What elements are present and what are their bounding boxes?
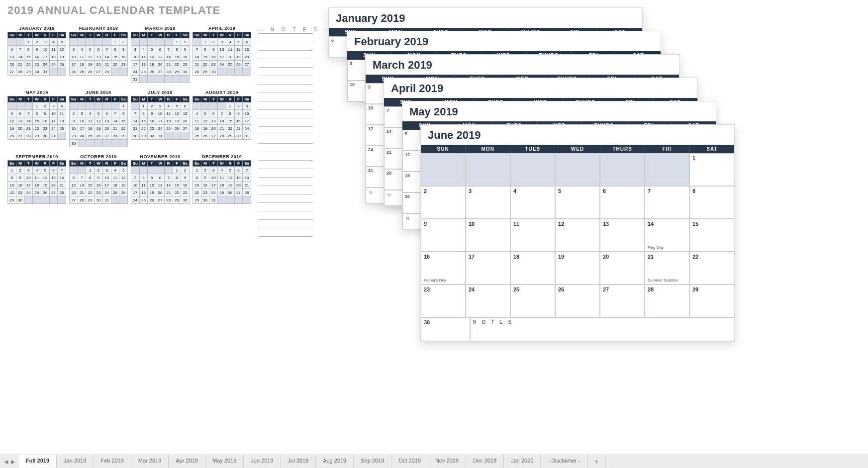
mini-month-title: MARCH 2019 <box>131 26 190 31</box>
mini-month-title: MAY 2019 <box>7 90 66 95</box>
add-sheet-tab[interactable]: + <box>587 455 606 468</box>
notes-line[interactable] <box>258 211 313 220</box>
month-card-stack: January 2019 SUNMONTUESWEDTHURSFRISAT 6 … <box>328 7 861 405</box>
calendar-cell[interactable]: 1 <box>689 153 734 186</box>
calendar-day-number: 27 <box>603 286 642 292</box>
calendar-cell[interactable]: 2 <box>421 186 466 219</box>
calendar-day-number: 26 <box>558 286 597 292</box>
tab-nav-prev-icon[interactable]: ◀ <box>3 459 9 465</box>
notes-line[interactable] <box>258 203 313 211</box>
notes-line[interactable] <box>258 59 313 68</box>
notes-line[interactable] <box>258 194 313 203</box>
calendar-cell[interactable]: 11 <box>510 219 555 252</box>
calendar-cell[interactable] <box>600 153 645 186</box>
notes-line[interactable] <box>258 93 313 101</box>
calendar-day-number: 29 <box>692 286 731 292</box>
notes-label: N O T E S <box>473 319 731 325</box>
notes-line[interactable] <box>258 68 313 76</box>
notes-line[interactable] <box>258 127 313 135</box>
mini-month: MAY 2019SuMTWRFSa12345678910111213141516… <box>7 90 66 147</box>
sheet-tab[interactable]: Mar 2019 <box>131 455 169 468</box>
notes-line[interactable] <box>258 135 313 144</box>
notes-line[interactable] <box>258 178 313 186</box>
sheet-tab[interactable]: Sep 2019 <box>354 455 391 468</box>
calendar-day-number: 17 <box>469 254 507 260</box>
calendar-cell[interactable]: 3 <box>466 186 510 219</box>
calendar-cell[interactable] <box>510 153 555 186</box>
notes-line[interactable] <box>258 110 313 118</box>
calendar-cell[interactable]: 13 <box>600 219 645 252</box>
calendar-cell[interactable]: 10 <box>466 219 510 252</box>
calendar-day-number: 20 <box>603 254 642 260</box>
calendar-cell[interactable]: 23 <box>421 284 466 317</box>
calendar-cell[interactable]: 14Flag Day <box>645 219 689 252</box>
sheet-tab[interactable]: Jan 2019 <box>57 455 94 468</box>
sheet-tab[interactable]: Full 2019 <box>19 455 57 468</box>
sheet-tab[interactable]: Oct 2019 <box>391 455 428 468</box>
calendar-cell[interactable]: 19 <box>555 252 600 284</box>
calendar-cell[interactable]: 17 <box>466 252 510 284</box>
notes-line[interactable] <box>258 42 313 51</box>
calendar-cell[interactable]: 22 <box>689 252 734 284</box>
sheet-tab[interactable]: Jun 2019 <box>244 455 281 468</box>
sheet-tab[interactable]: Feb 2019 <box>94 455 131 468</box>
notes-line[interactable] <box>258 186 313 194</box>
dow-cell: FRI <box>645 145 690 153</box>
notes-line[interactable] <box>258 220 313 228</box>
notes-line[interactable] <box>258 144 313 152</box>
notes-line[interactable] <box>258 34 313 42</box>
calendar-cell[interactable]: 21Summer Solstice <box>645 252 689 284</box>
sheet-tab[interactable]: May 2019 <box>205 455 244 468</box>
calendar-cell[interactable]: 15 <box>689 219 734 252</box>
sheet-tab[interactable]: Apr 2019 <box>169 455 205 468</box>
calendar-cell[interactable] <box>466 153 510 186</box>
annual-calendar-grid: JANUARY 2019SuMTWRFSa1234567891011121314… <box>7 24 306 209</box>
calendar-cell[interactable]: 12 <box>555 219 600 252</box>
notes-line[interactable] <box>258 118 313 127</box>
calendar-cell[interactable] <box>645 153 689 186</box>
notes-cell[interactable]: N O T E S <box>470 317 734 341</box>
calendar-cell[interactable]: 8 <box>689 186 734 219</box>
calendar-cell[interactable]: 25 <box>510 284 555 317</box>
notes-line[interactable] <box>258 51 313 59</box>
dow-cell: WED <box>555 145 600 153</box>
calendar-cell[interactable]: 4 <box>510 186 555 219</box>
calendar-cell[interactable]: 16Father's Day <box>421 252 466 284</box>
mini-month-title: NOVEMBER 2019 <box>131 154 190 159</box>
mini-month-title: OCTOBER 2019 <box>69 154 128 159</box>
sheet-tab[interactable]: Nov 2019 <box>428 455 466 468</box>
sheet-tab[interactable]: Jul 2019 <box>281 455 316 468</box>
calendar-cell[interactable]: 29 <box>689 284 734 317</box>
calendar-day-number: 7 <box>648 188 686 194</box>
notes-line[interactable] <box>258 228 313 237</box>
sheet-tab[interactable]: - Disclaimer - <box>541 455 587 468</box>
calendar-cell[interactable]: 26 <box>555 284 600 317</box>
tab-nav-next-icon[interactable]: ▶ <box>10 459 16 465</box>
calendar-cell[interactable]: 24 <box>466 284 510 317</box>
calendar-day-number: 24 <box>469 286 507 292</box>
calendar-cell[interactable]: 6 <box>600 186 645 219</box>
calendar-cell[interactable] <box>555 153 600 186</box>
notes-line[interactable] <box>258 161 313 169</box>
notes-line[interactable] <box>258 85 313 93</box>
calendar-cell[interactable]: 5 <box>555 186 600 219</box>
calendar-cell[interactable]: 18 <box>510 252 555 284</box>
calendar-cell[interactable] <box>421 153 466 186</box>
notes-line[interactable] <box>258 169 313 178</box>
calendar-cell[interactable]: 9 <box>421 219 466 252</box>
calendar-day-number: 22 <box>692 254 731 260</box>
calendar-cell[interactable]: 27 <box>600 284 645 317</box>
calendar-cell[interactable]: 20 <box>600 252 645 284</box>
calendar-cell[interactable]: 30 <box>421 317 470 341</box>
notes-line[interactable] <box>258 152 313 161</box>
mini-month-title: DECEMBER 2019 <box>193 154 251 159</box>
notes-line[interactable] <box>258 76 313 85</box>
mini-month-title: AUGUST 2019 <box>193 90 251 95</box>
calendar-cell[interactable]: 7 <box>645 186 689 219</box>
notes-line[interactable] <box>258 101 313 110</box>
sheet-tab[interactable]: Aug 2019 <box>316 455 354 468</box>
sheet-tab[interactable]: Jan 2020 <box>504 455 541 468</box>
sheet-tab[interactable]: Dec 2019 <box>466 455 504 468</box>
calendar-event: Father's Day <box>424 278 446 282</box>
calendar-cell[interactable]: 28 <box>645 284 689 317</box>
